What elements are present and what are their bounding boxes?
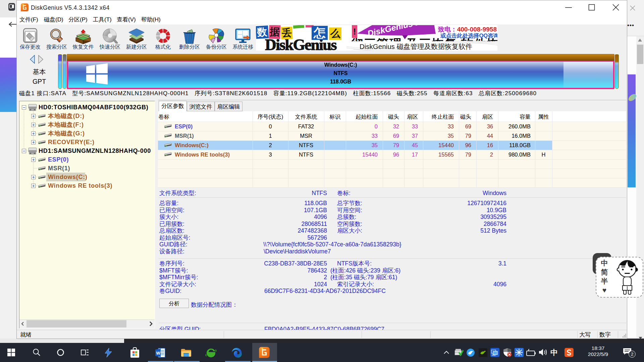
svg-text:W: W	[156, 351, 161, 356]
svg-text:intel: intel	[492, 354, 496, 356]
